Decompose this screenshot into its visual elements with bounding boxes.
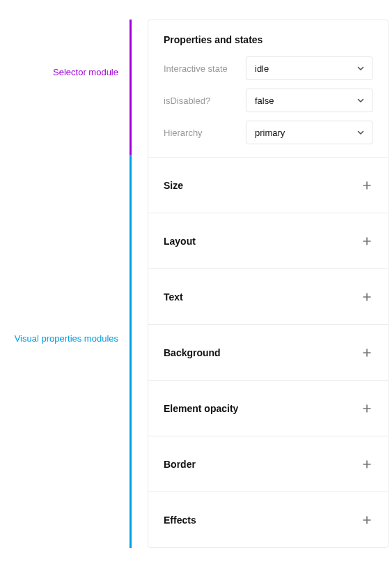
selector-module-title: Properties and states [164, 34, 373, 45]
visual-section-size[interactable]: Size [148, 157, 388, 213]
visual-section-effects[interactable]: Effects [148, 491, 388, 547]
chevron-down-icon [356, 96, 365, 105]
chevron-down-icon [356, 64, 365, 73]
properties-panel: Properties and states Interactive state … [148, 20, 389, 548]
select-value: false [255, 96, 274, 106]
hierarchy-select[interactable]: primary [246, 121, 373, 144]
visual-section-label: Text [164, 291, 183, 303]
annotation-visual-label: Visual properties modules [15, 333, 118, 344]
visual-section-label: Background [164, 347, 221, 358]
select-value: primary [255, 128, 285, 138]
property-row-isdisabled: isDisabled? false [164, 89, 373, 112]
visual-section-label: Effects [164, 515, 196, 526]
plus-icon [361, 180, 373, 191]
isdisabled-select[interactable]: false [246, 89, 373, 112]
annotation-column: Selector module Visual properties module… [0, 20, 130, 548]
visual-section-label: Layout [164, 236, 196, 247]
visual-section-background[interactable]: Background [148, 324, 388, 380]
visual-section-label: Size [164, 180, 183, 191]
property-label: Hierarchy [164, 128, 246, 138]
visual-bar [130, 155, 132, 548]
plus-icon [361, 515, 373, 526]
visual-section-label: Element opacity [164, 403, 238, 414]
property-label: isDisabled? [164, 96, 246, 106]
annotation-selector-label: Selector module [53, 67, 118, 77]
visual-section-text[interactable]: Text [148, 268, 388, 324]
annotation-bars [130, 20, 132, 548]
property-label: Interactive state [164, 63, 246, 74]
selector-bar [130, 20, 132, 155]
property-row-interactive-state: Interactive state idle [164, 56, 373, 80]
visual-section-label: Border [164, 459, 196, 470]
visual-section-border[interactable]: Border [148, 436, 388, 491]
select-value: idle [255, 63, 269, 74]
plus-icon [361, 291, 373, 303]
plus-icon [361, 347, 373, 358]
plus-icon [361, 236, 373, 247]
interactive-state-select[interactable]: idle [246, 56, 373, 80]
chevron-down-icon [356, 128, 365, 137]
property-row-hierarchy: Hierarchy primary [164, 121, 373, 144]
selector-module: Properties and states Interactive state … [148, 20, 388, 157]
visual-section-element-opacity[interactable]: Element opacity [148, 380, 388, 436]
plus-icon [361, 459, 373, 470]
plus-icon [361, 403, 373, 414]
visual-section-layout[interactable]: Layout [148, 213, 388, 268]
